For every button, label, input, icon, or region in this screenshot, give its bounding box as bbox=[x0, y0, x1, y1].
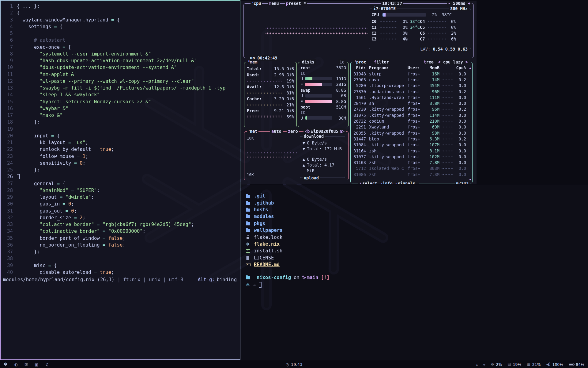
proc-tree-button[interactable]: tree bbox=[422, 59, 435, 65]
btop-preset-button[interactable]: preset * bbox=[285, 1, 307, 6]
process-row[interactable]: 31948slurpfros+16M0.0 bbox=[351, 71, 472, 77]
process-row[interactable]: 2291Xwaylandfros+69M0.0 bbox=[351, 124, 472, 130]
editor-line[interactable]: 25 }; bbox=[1, 167, 240, 173]
line-number: 4 bbox=[1, 23, 13, 30]
process-row[interactable]: 31077.kitty-wrappedfros+102M0.0 bbox=[351, 154, 472, 159]
editor-line[interactable]: 5 bbox=[1, 30, 240, 37]
process-mem-meter bbox=[441, 162, 454, 163]
editor-line[interactable]: 28 "$mainMod" = "SUPER"; bbox=[1, 187, 240, 194]
editor-line[interactable]: 40 disable_autoreload = true; bbox=[1, 269, 240, 276]
editor-line[interactable]: 1{ ... }: bbox=[1, 3, 240, 10]
btop-update-interval-control[interactable]: - 500ms + bbox=[447, 1, 472, 6]
editor-line[interactable]: 34 "col.inactive_border" = "0x00000000"; bbox=[1, 228, 240, 235]
btop-memory-box: ²mem Total:15.5 GiBUsed:2.98 GiB19%Avail… bbox=[244, 62, 297, 127]
shell-input-line[interactable]: ❄ → bbox=[246, 281, 588, 289]
proc-footer-actions[interactable]: ↕select↵info↵signals bbox=[358, 181, 419, 184]
process-row[interactable]: 27903cavafros+14M0.2 bbox=[351, 77, 472, 82]
editor-line[interactable]: 4 settings = { bbox=[1, 23, 240, 30]
editor-buffer[interactable]: 1{ ... }:2{3 wayland.windowManager.hyprl… bbox=[1, 1, 240, 276]
process-row[interactable]: 26732codiumfros+210M0.0 bbox=[351, 118, 472, 124]
editor-line[interactable]: 38 bbox=[1, 255, 240, 262]
editor-line[interactable]: 15 "hyprctl setcursor Nordzy-cursors 22 … bbox=[1, 98, 240, 105]
music-icon[interactable]: ♫ bbox=[45, 362, 49, 367]
color-scheme-icon[interactable]: ◐ bbox=[14, 362, 18, 367]
proc-scroll-up-icon[interactable]: ▲ bbox=[469, 66, 471, 69]
nix-logo-icon[interactable]: ❄ bbox=[4, 362, 8, 367]
git-branch-indicator: main bbox=[302, 275, 318, 280]
process-row[interactable]: 31075.kitty-wrappedfros+114M0.0 bbox=[351, 112, 472, 118]
editor-line[interactable]: 8 "systemctl --user import-environment &… bbox=[1, 51, 240, 57]
editor-line[interactable]: 39 misc = { bbox=[1, 262, 240, 269]
editor-line[interactable]: 6 # autostart bbox=[1, 37, 240, 44]
editor-line[interactable]: 19 bbox=[1, 126, 240, 132]
editor-line[interactable]: 32 border_size = 2; bbox=[1, 214, 240, 221]
bar-stat-disk[interactable]: ▦21% bbox=[527, 362, 541, 367]
editor-line[interactable]: 23 follow_mouse = 1; bbox=[1, 153, 240, 160]
editor-line[interactable]: 3 wayland.windowManager.hyprland = { bbox=[1, 17, 240, 23]
process-row[interactable]: 31084.kitty-wrappedfros+107M0.0 bbox=[351, 142, 472, 148]
proc-sort-selector[interactable]: < cpu lazy > bbox=[437, 59, 469, 65]
editor-line[interactable]: 36 no_border_on_floating = false; bbox=[1, 242, 240, 248]
process-row[interactable]: 5280.floorp-wrappefros+454M0.0 bbox=[351, 83, 472, 89]
process-row[interactable]: 27830.audacious-wrafros+96M0.2 bbox=[351, 89, 472, 94]
net-zero-button[interactable]: zero bbox=[287, 128, 299, 134]
tray-expand-icon[interactable]: ▴ bbox=[476, 363, 478, 366]
disk-list: root382GIOU101GF281Gswap8.8GU0BF8.8Gboot… bbox=[298, 62, 348, 121]
bar-stat-memory[interactable]: ▤19% bbox=[507, 362, 521, 367]
editor-line[interactable]: 20 input = { bbox=[1, 132, 240, 139]
code-text: input = { bbox=[17, 132, 60, 139]
process-row[interactable]: 31103zshfros+7.8M0.0 bbox=[351, 159, 472, 165]
editor-line[interactable]: 18 ]; bbox=[1, 119, 240, 125]
editor-line[interactable]: 9 "hash dbus-update-activation-environme… bbox=[1, 57, 240, 64]
bar-stat-battery[interactable]: 84% bbox=[569, 362, 584, 367]
proc-filter-button[interactable]: filter bbox=[373, 59, 390, 65]
net-auto-button[interactable]: auto bbox=[270, 128, 283, 134]
process-box-title: ⁴proc bbox=[353, 59, 368, 65]
line-number: 31 bbox=[1, 208, 13, 214]
editor-line[interactable]: 2{ bbox=[1, 10, 240, 16]
line-number: 32 bbox=[1, 214, 13, 221]
editor-line[interactable]: 10 "dbus-update-activation-environment -… bbox=[1, 64, 240, 71]
editor-line[interactable]: 16 "waybar &" bbox=[1, 105, 240, 112]
mem-graph-row: 21% bbox=[247, 102, 294, 108]
editor-line[interactable]: 35 border_part_of_window = false; bbox=[1, 235, 240, 242]
editor-line[interactable]: 33 "col.active_border" = "rgb(cba6f7) rg… bbox=[1, 221, 240, 228]
editor-line[interactable]: 7 exec-once = [ bbox=[1, 44, 240, 51]
process-row[interactable]: 31164zshfros+8.1M0.0 bbox=[351, 148, 472, 154]
code-text: gaps_out = 0; bbox=[17, 208, 77, 214]
btop-menu-button[interactable]: menu bbox=[268, 1, 280, 6]
process-row[interactable]: 28055.kitty-wrappedfros+98M0.0 bbox=[351, 130, 472, 136]
chat-icon[interactable]: ✉ bbox=[24, 362, 28, 367]
editor-line[interactable]: 13 "swaybg -m fill -i $(find ~/Pictures/… bbox=[1, 85, 240, 91]
editor-line[interactable]: 17 "mako &" bbox=[1, 112, 240, 119]
editor-line[interactable]: 27 general = { bbox=[1, 180, 240, 187]
core-meter bbox=[428, 21, 446, 22]
process-row[interactable]: 1561.Hyprland-wrapfros+111M0.0 bbox=[351, 94, 472, 100]
tray-icon[interactable]: ● bbox=[483, 363, 485, 366]
bar-stat-cpu[interactable]: ⚙2% bbox=[491, 362, 502, 367]
editor-line[interactable]: 22 numlock_by_default = true; bbox=[1, 146, 240, 153]
editor-line[interactable]: 24 sensitivity = 0; bbox=[1, 160, 240, 167]
btop-window[interactable]: ¹cpu menu preset * 19:43:37 - 500ms + up… bbox=[241, 1, 477, 184]
editor-window[interactable]: 1{ ... }:2{3 wayland.windowManager.hyprl… bbox=[0, 0, 240, 360]
editor-line[interactable]: 29 layout = "dwindle"; bbox=[1, 194, 240, 201]
bar-clock[interactable]: ◷ 19:43 bbox=[286, 362, 303, 367]
editor-line[interactable]: 14 "sleep 1 && swaylock" bbox=[1, 91, 240, 98]
code-text bbox=[17, 173, 20, 180]
process-row[interactable]: 5712Isolated Web Cfros+303M0.0 bbox=[351, 166, 472, 171]
process-row[interactable]: 27730.kitty-wrappedfros+96M0.2 bbox=[351, 106, 472, 112]
editor-line[interactable]: 31 gaps_out = 0; bbox=[1, 208, 240, 214]
editor-line[interactable]: 30 gaps_in = 0; bbox=[1, 201, 240, 207]
editor-line[interactable]: 11 "nm-applet &" bbox=[1, 71, 240, 78]
editor-line[interactable]: 26 bbox=[1, 173, 240, 180]
disks-io-toggle[interactable]: io bbox=[338, 59, 346, 65]
process-row[interactable]: 31447btopfros+6.3M0.2 bbox=[351, 136, 472, 142]
screenshot-icon[interactable]: ▣ bbox=[35, 362, 38, 367]
process-row[interactable]: 28470shfros+3.8M0.0 bbox=[351, 100, 472, 106]
process-row[interactable]: 31086zshfros+7.3M0.0 bbox=[351, 171, 472, 177]
editor-line[interactable]: 21 kb_layout = "us"; bbox=[1, 139, 240, 146]
editor-line[interactable]: 12 "wl-paste --primary --watch wl-copy -… bbox=[1, 78, 240, 85]
editor-line[interactable]: 37 }; bbox=[1, 248, 240, 255]
terminal-window[interactable]: .git.githubhostsmodulespkgswallpapersfla… bbox=[241, 185, 588, 360]
bar-stat-volume[interactable]: ◀)100% bbox=[546, 362, 564, 367]
